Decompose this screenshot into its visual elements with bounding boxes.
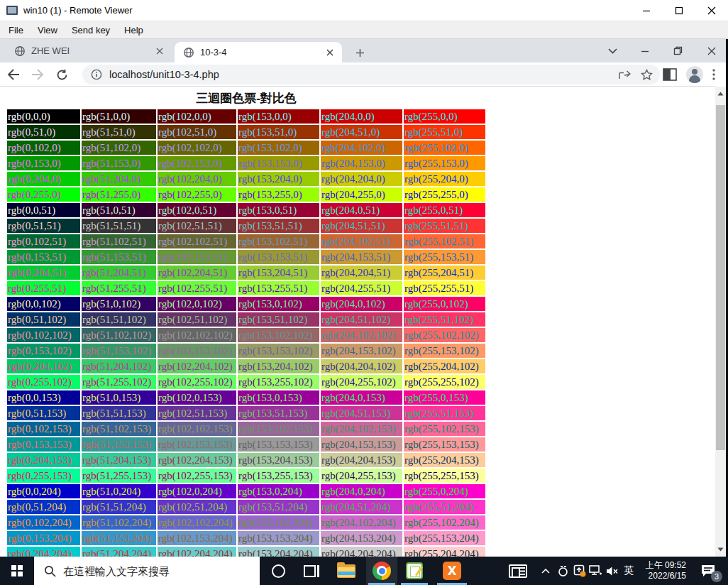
color-cell: rgb(153,51,0) bbox=[238, 125, 319, 139]
tray-network-button[interactable] bbox=[588, 557, 604, 585]
task-view-button[interactable] bbox=[294, 557, 325, 585]
share-icon[interactable] bbox=[618, 69, 631, 80]
menu-send-key[interactable]: Send key bbox=[65, 21, 117, 39]
color-cell: rgb(153,204,204) bbox=[238, 547, 319, 557]
window-title: win10 (1) - Remote Viewer bbox=[23, 5, 133, 16]
browser-close-button[interactable] bbox=[695, 39, 728, 62]
tab-search-chevron-icon[interactable] bbox=[596, 39, 629, 62]
start-button[interactable] bbox=[0, 557, 34, 585]
color-cell: rgb(0,0,102) bbox=[7, 297, 80, 311]
new-tab-button[interactable] bbox=[351, 43, 369, 62]
address-bar[interactable]: localhost/unit10-3-4.php bbox=[82, 65, 660, 84]
menu-view[interactable]: View bbox=[31, 21, 65, 39]
scroll-up-icon[interactable] bbox=[715, 88, 726, 99]
color-cell: rgb(51,102,0) bbox=[82, 141, 156, 155]
color-cell: rgb(255,204,0) bbox=[404, 172, 485, 186]
color-cell: rgb(0,51,204) bbox=[7, 500, 80, 514]
color-cell: rgb(51,102,153) bbox=[82, 422, 156, 436]
color-cell: rgb(0,0,204) bbox=[7, 484, 80, 498]
color-cell: rgb(153,204,0) bbox=[238, 172, 319, 186]
vertical-scrollbar[interactable] bbox=[715, 87, 726, 557]
taskbar-clock[interactable]: 上午 09:52 2022/6/15 bbox=[636, 557, 686, 585]
browser-menu-kebab-icon[interactable] bbox=[712, 69, 715, 80]
color-cell: rgb(102,0,102) bbox=[158, 297, 236, 311]
tab-zhe-wei[interactable]: ZHE WEI bbox=[6, 39, 172, 62]
color-cell: rgb(255,204,51) bbox=[404, 266, 485, 280]
scroll-down-icon[interactable] bbox=[715, 544, 726, 555]
forward-icon[interactable] bbox=[27, 64, 48, 85]
reload-icon[interactable] bbox=[51, 64, 72, 85]
color-row: rgb(0,51,102)rgb(51,51,102)rgb(102,51,10… bbox=[7, 312, 485, 327]
color-cell: rgb(255,0,102) bbox=[404, 297, 485, 311]
color-cell: rgb(255,51,102) bbox=[404, 312, 485, 327]
window-close-button[interactable] bbox=[695, 0, 728, 21]
color-cell: rgb(0,255,0) bbox=[7, 187, 80, 202]
page-info-icon[interactable] bbox=[91, 69, 102, 80]
color-cell: rgb(153,102,51) bbox=[238, 234, 319, 248]
color-cell: rgb(255,0,51) bbox=[404, 203, 485, 217]
bookmark-star-icon[interactable] bbox=[641, 69, 653, 80]
color-cell: rgb(0,153,0) bbox=[7, 156, 80, 170]
search-input[interactable] bbox=[63, 565, 233, 577]
color-cell: rgb(153,0,0) bbox=[238, 109, 319, 124]
color-cell: rgb(51,204,51) bbox=[82, 266, 156, 280]
color-cell: rgb(0,102,51) bbox=[7, 234, 80, 248]
file-explorer-icon bbox=[337, 564, 355, 578]
back-icon[interactable] bbox=[3, 64, 24, 85]
tab-close-icon[interactable] bbox=[153, 45, 166, 58]
language-indicator[interactable]: 英 bbox=[620, 557, 637, 585]
color-cell: rgb(102,255,102) bbox=[158, 375, 236, 389]
action-center-button[interactable]: 3 bbox=[693, 557, 724, 585]
color-cell: rgb(204,204,204) bbox=[321, 547, 402, 557]
color-row: rgb(0,102,153)rgb(51,102,153)rgb(102,102… bbox=[7, 422, 485, 436]
taskbar-search[interactable] bbox=[34, 557, 260, 585]
tab-close-icon[interactable] bbox=[324, 46, 336, 59]
language-label: 英 bbox=[624, 564, 634, 577]
color-cell: rgb(0,255,51) bbox=[7, 281, 80, 295]
color-cell: rgb(51,51,102) bbox=[82, 312, 156, 327]
menu-file[interactable]: File bbox=[1, 21, 31, 39]
color-cell: rgb(153,153,51) bbox=[238, 250, 319, 264]
scrollbar-thumb[interactable] bbox=[716, 105, 725, 450]
color-cell: rgb(204,204,102) bbox=[321, 359, 402, 373]
color-row: rgb(0,51,204)rgb(51,51,204)rgb(102,51,20… bbox=[7, 500, 485, 514]
file-explorer-button[interactable] bbox=[331, 557, 362, 585]
color-table-body: rgb(0,0,0)rgb(51,0,0)rgb(102,0,0)rgb(153… bbox=[7, 109, 485, 557]
tray-update-button[interactable] bbox=[571, 557, 588, 585]
tray-volume-button[interactable] bbox=[604, 557, 620, 585]
tray-expand-button[interactable] bbox=[536, 557, 555, 585]
color-cell: rgb(51,153,0) bbox=[82, 156, 156, 170]
notepadpp-taskbar-button[interactable] bbox=[399, 557, 430, 585]
browser-minimize-button[interactable] bbox=[629, 39, 661, 62]
color-row: rgb(0,204,102)rgb(51,204,102)rgb(102,204… bbox=[7, 359, 485, 373]
color-cell: rgb(204,51,153) bbox=[321, 406, 402, 420]
tray-ime-button[interactable] bbox=[555, 557, 571, 585]
window-maximize-button[interactable] bbox=[663, 0, 695, 21]
color-cell: rgb(204,0,153) bbox=[321, 390, 402, 405]
color-cell: rgb(204,153,51) bbox=[321, 250, 402, 264]
color-row: rgb(0,255,51)rgb(51,255,51)rgb(102,255,5… bbox=[7, 281, 485, 295]
side-panel-icon[interactable] bbox=[663, 68, 677, 81]
color-row: rgb(0,51,153)rgb(51,51,153)rgb(102,51,15… bbox=[7, 406, 485, 420]
widgets-button[interactable] bbox=[501, 557, 535, 585]
menu-help[interactable]: Help bbox=[117, 21, 150, 39]
color-cell: rgb(153,204,102) bbox=[238, 359, 319, 373]
color-cell: rgb(153,153,204) bbox=[238, 531, 319, 545]
xampp-taskbar-button[interactable]: X bbox=[435, 557, 469, 585]
color-cell: rgb(102,51,0) bbox=[158, 125, 236, 139]
chrome-taskbar-button[interactable] bbox=[366, 557, 397, 585]
color-cell: rgb(255,204,153) bbox=[404, 453, 485, 467]
color-cell: rgb(255,51,51) bbox=[404, 219, 485, 233]
window-minimize-button[interactable] bbox=[630, 0, 663, 21]
cortana-button[interactable] bbox=[263, 557, 294, 585]
color-cell: rgb(102,204,102) bbox=[158, 359, 236, 373]
color-cell: rgb(153,204,153) bbox=[238, 453, 319, 467]
remote-viewer-window: win10 (1) - Remote Viewer File View Send… bbox=[0, 0, 728, 585]
color-cell: rgb(102,0,51) bbox=[158, 203, 236, 217]
browser-restore-button[interactable] bbox=[661, 39, 694, 62]
profile-avatar[interactable] bbox=[686, 66, 703, 83]
url-text[interactable]: localhost/unit10-3-4.php bbox=[109, 69, 618, 80]
color-row: rgb(0,102,204)rgb(51,102,204)rgb(102,102… bbox=[7, 515, 485, 530]
search-icon bbox=[44, 565, 56, 577]
tab-10-3-4[interactable]: 10-3-4 bbox=[175, 42, 342, 62]
